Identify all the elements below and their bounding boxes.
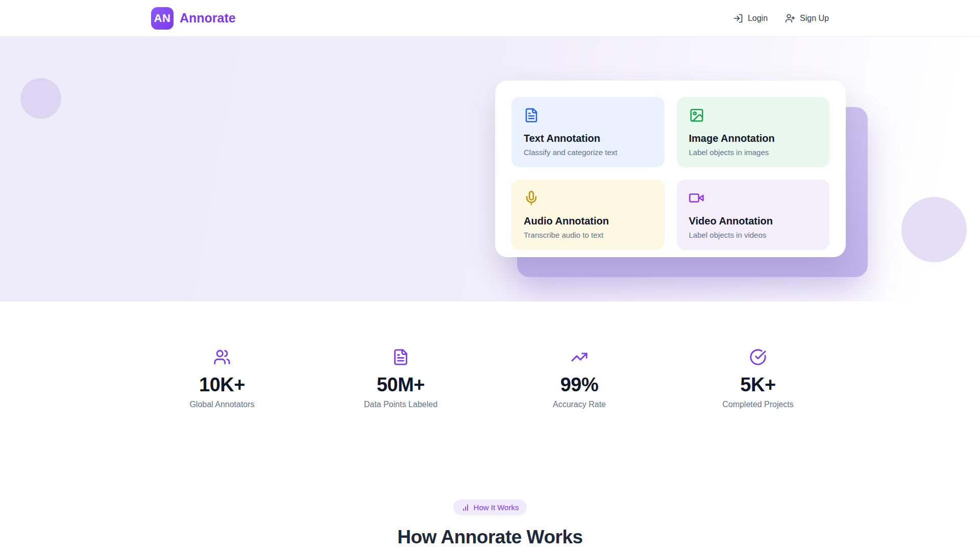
stat-value: 5K+ [669,374,847,396]
user-plus-icon [785,13,795,23]
stat-label: Global Annotators [133,400,311,409]
stat-value: 99% [490,374,669,396]
login-icon [733,13,743,23]
login-link[interactable]: Login [733,13,768,23]
login-label: Login [748,14,768,23]
stat-data-points: 50M+ Data Points Labeled [311,348,490,409]
tile-image-annotation[interactable]: Image Annotation Label objects in images [677,97,830,167]
tile-subtitle: Transcribe audio to text [524,231,652,239]
header-inner: AN Annorate Login Sign Up [139,0,841,36]
header: AN Annorate Login Sign Up [0,0,980,37]
decorative-circle-right [901,197,967,262]
signup-label: Sign Up [800,14,829,23]
stat-value: 50M+ [311,374,490,396]
stat-global-annotators: 10K+ Global Annotators [133,348,311,409]
users-icon [213,348,231,366]
hero-card-stack: Text Annotation Classify and categorize … [495,81,873,302]
stat-value: 10K+ [133,374,311,396]
logo: AN [151,7,174,30]
mic-icon [524,190,539,206]
stat-completed-projects: 5K+ Completed Projects [669,348,847,409]
annotation-types-card: Text Annotation Classify and categorize … [495,81,846,257]
stats-grid: 10K+ Global Annotators 50M+ Data Points … [133,348,847,409]
trending-up-icon [571,348,588,366]
tile-title: Audio Annotation [524,215,652,227]
file-text-icon [392,348,409,366]
bar-chart-icon [461,504,470,512]
signup-link[interactable]: Sign Up [785,13,829,23]
brand-name: Annorate [180,11,236,26]
tile-subtitle: Classify and categorize text [524,148,652,157]
header-nav: Login Sign Up [733,13,829,23]
tile-text-annotation[interactable]: Text Annotation Classify and categorize … [511,97,665,167]
stat-accuracy-rate: 99% Accuracy Rate [490,348,669,409]
stat-label: Data Points Labeled [311,400,490,409]
stats-section: 10K+ Global Annotators 50M+ Data Points … [0,302,980,409]
tile-title: Video Annotation [689,215,818,227]
stat-label: Accuracy Rate [490,400,669,409]
stat-label: Completed Projects [669,400,847,409]
video-icon [689,190,704,206]
tile-title: Image Annotation [689,133,818,144]
tile-subtitle: Label objects in images [689,148,818,157]
how-it-works-badge-label: How It Works [474,503,519,512]
image-icon [689,108,704,123]
tile-subtitle: Label objects in videos [689,231,818,239]
hero-section: Text Annotation Classify and categorize … [0,37,980,302]
how-it-works-badge: How It Works [453,499,527,515]
how-it-works-section: How It Works How Annorate Works [0,409,980,548]
tile-title: Text Annotation [524,133,652,144]
file-text-icon [524,108,539,123]
circle-check-icon [749,348,767,366]
how-it-works-heading: How Annorate Works [0,527,980,548]
brand[interactable]: AN Annorate [151,7,236,30]
decorative-circle-left [20,78,61,119]
tile-audio-annotation[interactable]: Audio Annotation Transcribe audio to tex… [511,180,665,250]
tile-video-annotation[interactable]: Video Annotation Label objects in videos [677,180,830,250]
